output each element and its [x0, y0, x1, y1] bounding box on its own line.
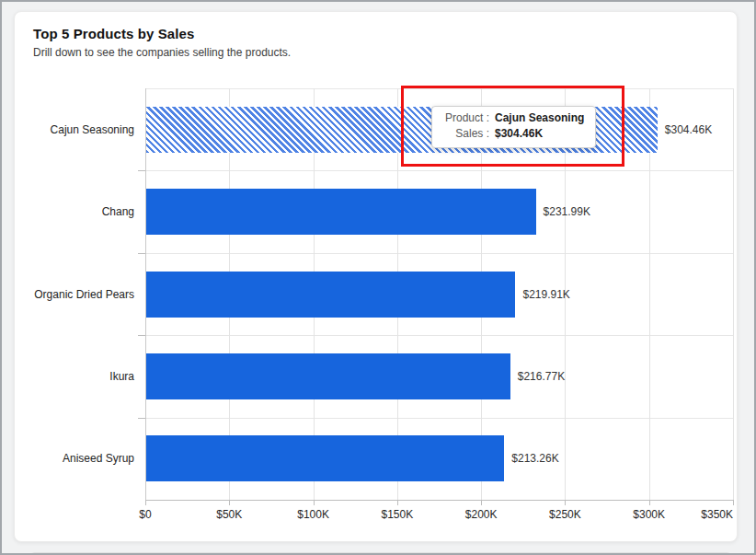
- x-axis-tick: [733, 500, 734, 505]
- tooltip-product-label: Product :: [441, 110, 489, 126]
- x-axis-label: $150K: [381, 508, 413, 521]
- y-axis-tick: [138, 418, 145, 419]
- value-label-ikura: $216.77K: [518, 370, 565, 383]
- x-axis-label: $50K: [216, 508, 242, 521]
- bar-chart-plot: $0$50K$100K$150K$200K$250K$300K$350KCaju…: [145, 88, 733, 500]
- tooltip-row: Sales : $304.46K: [441, 126, 584, 142]
- tooltip-row: Product : Cajun Seasoning: [441, 110, 584, 126]
- value-label-aniseed-syrup: $213.26K: [511, 452, 558, 465]
- x-gridline: [733, 88, 734, 500]
- category-label-organic-dried-pears: Organic Dried Pears: [15, 288, 134, 301]
- category-boundary-gridline: [145, 418, 733, 419]
- bar-aniseed-syrup[interactable]: [146, 435, 504, 481]
- value-label-cajun-seasoning: $304.46K: [665, 123, 712, 136]
- value-label-chang: $231.99K: [544, 205, 590, 218]
- tooltip-sales-label: Sales :: [441, 126, 489, 142]
- category-label-aniseed-syrup: Aniseed Syrup: [15, 452, 134, 465]
- y-axis-tick: [138, 335, 145, 336]
- value-label-organic-dried-pears: $219.91K: [522, 288, 569, 301]
- chart-subtitle: Drill down to see the companies selling …: [33, 46, 291, 59]
- category-boundary-gridline: [145, 170, 733, 171]
- x-axis-label: $0: [139, 508, 151, 521]
- app-window: Top 5 Products by Sales Drill down to se…: [0, 0, 756, 555]
- bar-organic-dried-pears[interactable]: [146, 272, 515, 318]
- x-axis-label: $250K: [549, 508, 581, 521]
- chart-card: Top 5 Products by Sales Drill down to se…: [14, 11, 738, 542]
- bar-ikura[interactable]: [146, 353, 510, 399]
- bar-chang[interactable]: [146, 189, 536, 235]
- tooltip-sales-value: $304.46K: [495, 126, 543, 142]
- x-axis-label: $100K: [297, 508, 329, 521]
- x-axis-line: [145, 500, 733, 501]
- category-label-cajun-seasoning: Cajun Seasoning: [15, 123, 134, 136]
- category-boundary-gridline: [145, 335, 733, 336]
- y-axis-tick: [138, 253, 145, 254]
- x-axis-label: $300K: [633, 508, 665, 521]
- category-boundary-gridline: [145, 88, 733, 89]
- x-axis-label: $350K: [701, 508, 733, 521]
- chart-header: Top 5 Products by Sales Drill down to se…: [33, 26, 291, 59]
- tooltip-product-value: Cajun Seasoning: [495, 110, 584, 126]
- category-boundary-gridline: [145, 253, 733, 254]
- y-axis-tick: [138, 170, 145, 171]
- x-axis-label: $200K: [465, 508, 498, 521]
- category-label-chang: Chang: [15, 205, 134, 218]
- category-label-ikura: Ikura: [15, 370, 134, 383]
- chart-title: Top 5 Products by Sales: [33, 26, 291, 41]
- chart-tooltip: Product : Cajun Seasoning Sales : $304.4…: [431, 106, 596, 148]
